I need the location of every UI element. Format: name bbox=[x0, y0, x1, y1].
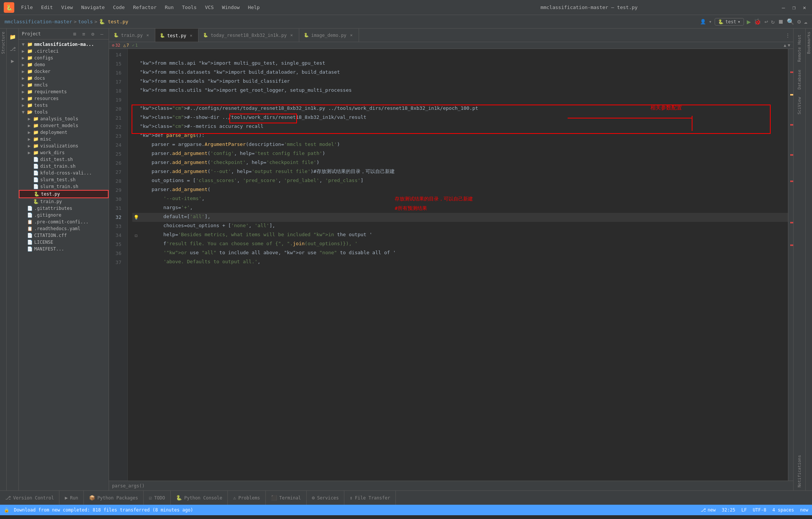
tree-item-requirements[interactable]: ▶📁requirements bbox=[19, 88, 109, 95]
maximize-button[interactable]: ❐ bbox=[790, 4, 798, 11]
error-count[interactable]: ⊘ 32 bbox=[112, 43, 120, 48]
menu-vcs[interactable]: VCS bbox=[201, 3, 217, 12]
tab-image[interactable]: 🐍 image_demo.py ✕ bbox=[299, 29, 359, 42]
tree-item-resources[interactable]: ▶📁resources bbox=[19, 95, 109, 102]
bookmarks-label[interactable]: Bookmarks bbox=[806, 29, 812, 57]
tree-item-slurm_test-sh[interactable]: 📄slurm_test.sh bbox=[19, 176, 109, 183]
expand-all-icon[interactable]: ⊞ bbox=[71, 30, 79, 38]
tab-test-close[interactable]: ✕ bbox=[188, 33, 194, 38]
vcs-button[interactable]: ☁ bbox=[804, 18, 807, 25]
tree-root[interactable]: ▼ 📁 mmclassification-ma... bbox=[19, 41, 109, 48]
tree-item-docker[interactable]: ▶📁docker bbox=[19, 68, 109, 75]
line-separator[interactable]: LF bbox=[741, 507, 747, 513]
run-config-selector[interactable]: 🐍 test ▾ bbox=[715, 18, 744, 26]
menu-run[interactable]: Run bbox=[161, 3, 177, 12]
tree-item-dist_test-sh[interactable]: 📄dist_test.sh bbox=[19, 156, 109, 163]
menu-code[interactable]: Code bbox=[109, 3, 129, 12]
breadcrumb-root[interactable]: mmclassification-master bbox=[5, 19, 72, 24]
minimize-button[interactable]: — bbox=[780, 4, 787, 11]
indent-style[interactable]: 4 spaces bbox=[773, 507, 794, 513]
tree-item-work_dirs[interactable]: ▶📁work_dirs bbox=[19, 149, 109, 156]
tab-file-transfer[interactable]: ↕ File Transfer bbox=[344, 491, 396, 505]
collapse-all-icon[interactable]: ≡ bbox=[80, 30, 88, 38]
debug-button[interactable]: 🐞 bbox=[754, 18, 761, 25]
line-col[interactable]: 32:25 bbox=[722, 507, 735, 513]
tree-item-dist_train-sh[interactable]: 📄dist_train.sh bbox=[19, 163, 109, 170]
coverage-button[interactable]: ↩ bbox=[764, 18, 768, 25]
close-button[interactable]: ✕ bbox=[801, 4, 808, 11]
tree-item-deployment[interactable]: ▶📁deployment bbox=[19, 129, 109, 136]
tree-item-tools[interactable]: ▼📂tools bbox=[19, 109, 109, 115]
tree-item-analysis_tools[interactable]: ▶📁analysis_tools bbox=[19, 115, 109, 122]
tree-item-CITATION-cff[interactable]: 📄CITATION.cff bbox=[19, 232, 109, 239]
menu-help[interactable]: Help bbox=[244, 3, 264, 12]
tab-terminal[interactable]: ⬛ Terminal bbox=[266, 491, 307, 505]
menu-refactor[interactable]: Refactor bbox=[129, 3, 161, 12]
tree-item-MANIFEST-[interactable]: 📄MANIFEST... bbox=[19, 246, 109, 252]
tree-item-visualizations[interactable]: ▶📁visualizations bbox=[19, 143, 109, 149]
gutter-icon[interactable]: 💡 bbox=[132, 213, 140, 222]
ok-count[interactable]: ✓ 1 bbox=[132, 43, 138, 48]
account-icon[interactable]: 👤 ▾ bbox=[700, 19, 712, 24]
tree-item-test-py[interactable]: 🐍test.py bbox=[19, 190, 109, 198]
tree-item-misc[interactable]: ▶📁misc bbox=[19, 136, 109, 143]
tree-item-demo[interactable]: ▶📁demo bbox=[19, 61, 109, 68]
settings-button[interactable]: ⚙ bbox=[797, 18, 801, 25]
profile-button[interactable]: ↻ bbox=[771, 18, 775, 25]
tree-item--readthedocs-yaml[interactable]: 📋.readthedocs.yaml bbox=[19, 225, 109, 232]
scrollbar-right[interactable] bbox=[788, 49, 793, 481]
tab-version-control[interactable]: ⎇ Version Control bbox=[0, 491, 59, 505]
tree-item--circleci[interactable]: ▶📁.circleci bbox=[19, 48, 109, 55]
menu-window[interactable]: Window bbox=[218, 3, 244, 12]
notifications-label[interactable]: Notifications bbox=[795, 452, 803, 490]
menu-view[interactable]: View bbox=[58, 3, 77, 12]
tab-services[interactable]: ⚙ Services bbox=[307, 491, 345, 505]
tab-train[interactable]: 🐍 train.py ✕ bbox=[109, 29, 155, 42]
tree-item-LICENSE[interactable]: 📄LICENSE bbox=[19, 239, 109, 246]
run-button[interactable]: ▶ bbox=[747, 18, 751, 26]
nav-up[interactable]: ▲ bbox=[784, 43, 786, 48]
nav-down[interactable]: ▼ bbox=[788, 43, 790, 48]
code-content[interactable]: "kw">from mmcls.api "kw">import multi_gp… bbox=[128, 49, 788, 481]
tab-image-close[interactable]: ✕ bbox=[349, 33, 354, 38]
tab-resnet[interactable]: 🐍 today_resnet18_8xb32_in1k.py ✕ bbox=[198, 29, 299, 42]
tree-item-convert_models[interactable]: ▶📁convert_models bbox=[19, 122, 109, 129]
tree-item-train-py[interactable]: 🐍train.py bbox=[19, 198, 109, 205]
sciview-label[interactable]: SciView bbox=[795, 94, 803, 117]
gear-icon[interactable]: ⚙ bbox=[89, 30, 97, 38]
search-everywhere-button[interactable]: 🔍 bbox=[787, 18, 794, 25]
structure-sidebar[interactable]: Structure bbox=[0, 29, 7, 490]
menu-edit[interactable]: Edit bbox=[37, 3, 56, 12]
tab-todo[interactable]: ☑ TODO bbox=[144, 491, 171, 505]
tab-python-console[interactable]: 🐍 Python Console bbox=[171, 491, 228, 505]
tab-test[interactable]: 🐍 test.py ✕ bbox=[155, 29, 199, 42]
tab-python-packages[interactable]: 📦 Python Packages bbox=[84, 491, 144, 505]
bookmarks-sidebar[interactable]: Bookmarks bbox=[805, 29, 812, 490]
stop-button[interactable]: ⏹ bbox=[778, 18, 784, 25]
readonly-status[interactable]: new bbox=[800, 507, 808, 513]
tab-resnet-close[interactable]: ✕ bbox=[289, 33, 294, 38]
tab-overflow[interactable]: ⋮ bbox=[782, 29, 793, 42]
menu-navigate[interactable]: Navigate bbox=[77, 3, 109, 12]
remote-host-label[interactable]: Remote Host bbox=[795, 32, 803, 65]
project-icon[interactable]: 📁 bbox=[8, 32, 18, 42]
tree-item-tests[interactable]: ▶📁tests bbox=[19, 102, 109, 109]
tree-item-docs[interactable]: ▶📁docs bbox=[19, 75, 109, 82]
encoding[interactable]: UTF-8 bbox=[753, 507, 766, 513]
database-label[interactable]: Database bbox=[795, 67, 803, 93]
hide-panel-icon[interactable]: — bbox=[98, 30, 106, 38]
git-branch[interactable]: ⎇ new bbox=[701, 507, 716, 513]
tree-item-kfold-cross-vali-[interactable]: 📄kfold-cross-vali... bbox=[19, 170, 109, 176]
breadcrumb-tools[interactable]: tools bbox=[78, 19, 93, 24]
tree-item-mmcls[interactable]: ▶📁mmcls bbox=[19, 82, 109, 88]
structure-label[interactable]: Structure bbox=[0, 29, 6, 57]
menu-tools[interactable]: Tools bbox=[178, 3, 200, 12]
tab-train-close[interactable]: ✕ bbox=[145, 33, 150, 38]
tree-item--gitattributes[interactable]: 📄.gitattributes bbox=[19, 205, 109, 212]
tree-item-slurm_train-sh[interactable]: 📄slurm_train.sh bbox=[19, 183, 109, 190]
commit-icon[interactable]: ⎇ bbox=[8, 44, 18, 54]
tree-item--pre-commit-confi-[interactable]: 📋.pre-commit-confi... bbox=[19, 219, 109, 225]
tab-problems[interactable]: ⚠ Problems bbox=[228, 491, 266, 505]
tab-run[interactable]: ▶ Run bbox=[59, 491, 84, 505]
run-icon[interactable]: ▶ bbox=[8, 56, 18, 66]
